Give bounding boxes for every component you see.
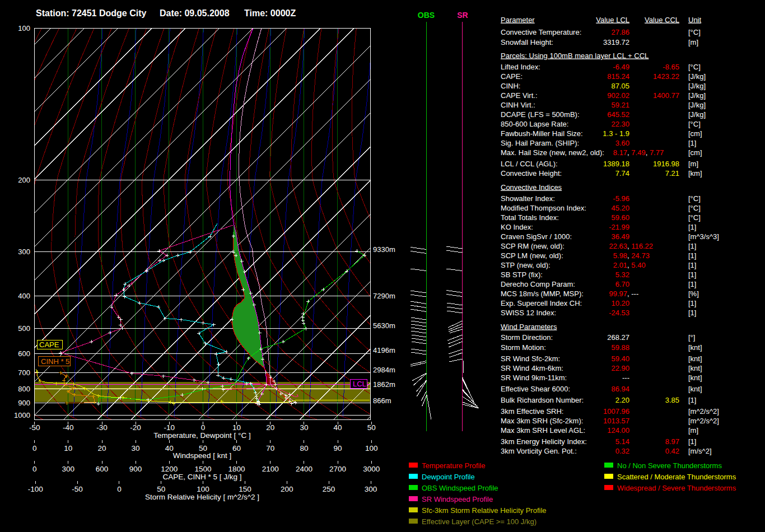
svg-text:CINH * 5: CINH * 5 [41,357,69,366]
svg-text:7.74: 7.74 [615,169,629,178]
svg-text:600: 600 [18,349,30,358]
svg-text:900: 900 [129,465,142,473]
svg-text:800: 800 [18,385,30,393]
svg-text:[1]: [1] [688,223,696,231]
svg-text:[1]: [1] [688,270,696,279]
svg-text:Max. Hail Size (new, new2, old: Max. Hail Size (new, new2, old): [501,148,604,157]
svg-text:[°C]: [°C] [688,63,701,71]
svg-text:Convective Height:: Convective Height: [501,169,562,178]
svg-text:150: 150 [239,485,251,493]
svg-text:600: 600 [96,465,109,473]
svg-text:Snowfall Height:: Snowfall Height: [501,38,553,46]
svg-text:250: 250 [323,485,335,493]
svg-text:902.02: 902.02 [607,91,629,100]
svg-text:[m^2/s^2]: [m^2/s^2] [688,407,719,416]
svg-text:[J/kg]: [J/kg] [688,91,706,100]
svg-text:[1]: [1] [688,299,696,307]
svg-text:STP (new, old):: STP (new, old): [501,261,551,269]
svg-text:2100: 2100 [262,465,279,473]
svg-text:100: 100 [197,485,209,493]
svg-text:Convective Indices: Convective Indices [501,183,562,192]
svg-text:36.49: 36.49 [611,232,629,241]
svg-text:[%]: [%] [688,290,699,298]
svg-text:40: 40 [165,444,174,452]
svg-text:Value LCL: Value LCL [596,16,629,24]
svg-text:Time: 0000Z: Time: 0000Z [244,8,296,18]
svg-text:Lifted Index:: Lifted Index: [501,63,540,71]
svg-text:[°C]: [°C] [688,28,701,36]
svg-text:500: 500 [18,324,30,333]
svg-text:MCS 18m/s (MMP, MSP):: MCS 18m/s (MMP, MSP): [501,290,584,298]
svg-text:CAPE, CINH * 5 [ J/kg ]: CAPE, CINH * 5 [ J/kg ] [162,473,241,481]
svg-text:[°C]: [°C] [688,120,701,128]
svg-text:Total Totals Index:: Total Totals Index: [501,213,559,222]
svg-text:No / Non Severe Thunderstorms: No / Non Severe Thunderstorms [617,461,722,470]
svg-text:3km Energy Helicity Index:: 3km Energy Helicity Index: [501,437,587,446]
svg-text:40: 40 [334,423,342,432]
svg-text:5.14: 5.14 [615,437,629,446]
svg-text:[1]: [1] [688,437,696,446]
svg-text:-5.96: -5.96 [613,194,629,203]
svg-text:SB STP (fix):: SB STP (fix): [501,270,543,279]
svg-text:[m]: [m] [688,160,698,168]
svg-text:DCAPE (LFS = 500mB):: DCAPE (LFS = 500mB): [501,110,580,119]
svg-text:Showalter Index:: Showalter Index: [501,194,555,203]
svg-text:[knt]: [knt] [688,354,702,363]
svg-text:-6.49: -6.49 [613,63,629,71]
svg-text:---: --- [622,374,629,382]
svg-text:59.21: 59.21 [611,101,629,109]
svg-text:[knt]: [knt] [688,364,702,372]
svg-text:[1]: [1] [688,309,696,317]
svg-text:CINH:: CINH: [501,82,520,90]
svg-text:700: 700 [18,368,30,377]
svg-text:100: 100 [18,24,30,32]
svg-text:[J/kg]: [J/kg] [688,110,706,119]
svg-text:2400: 2400 [296,465,312,473]
svg-text:CAPE: CAPE [39,340,59,349]
svg-text:0: 0 [32,465,37,473]
svg-text:[J/kg]: [J/kg] [688,101,706,109]
svg-text:200: 200 [281,485,293,493]
svg-text:[J/kg]: [J/kg] [688,72,706,81]
svg-text:300: 300 [18,248,30,256]
svg-text:[m/s^2]: [m/s^2] [688,447,712,455]
svg-text:Modified Thompson Index:: Modified Thompson Index: [501,204,586,212]
svg-text:5.98, 24.73: 5.98, 24.73 [613,251,650,260]
svg-text:[°C]: [°C] [688,213,701,222]
svg-text:CAPE:: CAPE: [501,72,523,81]
svg-text:Derecho Comp Param:: Derecho Comp Param: [501,280,575,288]
svg-text:1000: 1000 [14,411,30,419]
svg-text:Storm Relative Helicity [ m^2: Storm Relative Helicity [ m^2/s^2 ] [145,493,259,501]
svg-text:Max 3km SRH (Sfc-2km):: Max 3km SRH (Sfc-2km): [501,417,583,425]
svg-text:Scattered / Moderate Thunderst: Scattered / Moderate Thunderstorms [617,473,736,481]
svg-text:CAPE Virt.:: CAPE Virt.: [501,91,538,100]
svg-text:SR Wind 9km-11km:: SR Wind 9km-11km: [501,374,567,382]
svg-text:-24.53: -24.53 [609,309,629,317]
svg-text:Widespread / Severe Thundersto: Widespread / Severe Thunderstorms [617,484,736,492]
svg-text:2.20: 2.20 [615,396,629,404]
svg-text:3000: 3000 [363,465,380,473]
svg-text:4196m: 4196m [373,346,395,354]
svg-text:[m]: [m] [688,38,698,46]
svg-text:Date: 09.05.2008: Date: 09.05.2008 [160,8,230,18]
svg-text:Sfc-3km Storm Relative Helicit: Sfc-3km Storm Relative Helicity Profile [422,506,547,515]
svg-text:59.40: 59.40 [611,354,629,363]
svg-text:268.27: 268.27 [607,333,629,342]
svg-text:[1]: [1] [688,251,696,260]
svg-text:[1]: [1] [688,261,696,269]
svg-text:0.32: 0.32 [615,447,629,455]
svg-text:90: 90 [334,444,342,452]
svg-text:[°C]: [°C] [688,194,701,203]
svg-text:Temperature, Dewpoint [ °C ]: Temperature, Dewpoint [ °C ] [153,431,250,440]
svg-text:Convective Temperature:: Convective Temperature: [501,28,581,36]
svg-text:-50: -50 [29,423,40,432]
svg-text:-40: -40 [63,423,74,432]
svg-text:850-600 Lapse Rate:: 850-600 Lapse Rate: [501,120,568,128]
svg-text:1007.96: 1007.96 [603,407,629,416]
svg-text:645.52: 645.52 [607,110,629,119]
svg-text:200: 200 [18,176,30,184]
svg-text:Exp. Supercell Index CH:: Exp. Supercell Index CH: [501,299,582,307]
svg-text:[°]: [°] [688,333,695,342]
svg-text:59.88: 59.88 [611,343,629,352]
svg-text:400: 400 [18,292,30,300]
